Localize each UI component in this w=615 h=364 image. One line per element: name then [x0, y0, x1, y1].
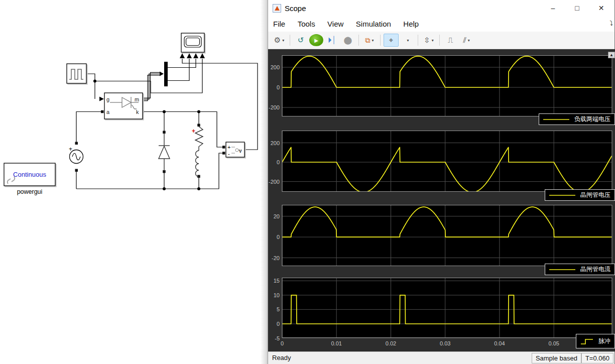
step-back-button[interactable]: ↺ [293, 34, 308, 47]
trigger-button[interactable]: ⎍ [443, 34, 458, 47]
resistor-icon [195, 127, 203, 151]
svg-text:0.02: 0.02 [386, 340, 396, 346]
scope-input-ports [180, 53, 205, 58]
diode-block[interactable] [159, 134, 170, 171]
scope-axes-thyristor-voltage[interactable]: 2000-200 [268, 131, 615, 192]
powergui-block[interactable]: Continuous powergui [4, 163, 55, 195]
svg-text:0.04: 0.04 [494, 340, 505, 346]
matlab-scope-icon [273, 4, 281, 13]
model-canvas-edge [261, 0, 268, 364]
toolbar-separator [418, 35, 418, 46]
demux-block[interactable] [164, 62, 168, 86]
menu-overflow-icon[interactable]: ⤵ [610, 20, 613, 27]
scope-axes-svg: 2000-200 [268, 131, 615, 192]
legend-thyristor-current[interactable]: 晶闸管电流 [545, 264, 615, 275]
svg-text:0: 0 [277, 159, 280, 165]
ruler-icon: ⫽ [463, 36, 466, 45]
legend-step-icon [579, 337, 594, 345]
svg-text:-5: -5 [275, 335, 280, 341]
status-sim-time: T=0.060 [581, 353, 613, 363]
toolbar: ⚙▾ ↺ ▶ ⏵⏐ ⬤ ⧉▾ ⌖ ▾ ⇳▾ ⎍ ⫽▾ [268, 32, 614, 49]
thyristor-port-m: m [135, 96, 139, 102]
scope-block[interactable] [180, 33, 205, 58]
cursor-icon: ⌖ [389, 36, 393, 45]
cursor-measurements-button[interactable]: ⌖ [384, 34, 399, 47]
simulink-model-canvas[interactable]: g a m k [0, 0, 268, 364]
toolbar-separator [290, 35, 290, 46]
powergui-caption: powergui [17, 188, 43, 195]
title-bar: Scope – □ ✕ [268, 0, 614, 17]
dropdown-caret-icon: ▾ [468, 38, 470, 43]
menu-tools[interactable]: Tools [293, 17, 320, 28]
svg-text:200: 200 [271, 140, 280, 146]
ac-voltage-source-block[interactable]: + [69, 146, 83, 164]
scope-axes-pulse[interactable]: 151050-500.010.020.030.040.05 [268, 278, 615, 349]
vm-plus-label: + [227, 144, 230, 150]
voltage-measurement-block[interactable]: + - v [226, 142, 244, 157]
menu-file[interactable]: File [268, 17, 290, 28]
scope-axes-load-voltage[interactable]: 2000-200 [268, 55, 615, 116]
pulse-generator-block[interactable] [67, 64, 86, 83]
legend-label: 晶闸管电流 [580, 265, 610, 274]
run-icon: ▶ [314, 38, 318, 43]
rl-load-block[interactable]: + [192, 127, 203, 177]
legend-thyristor-voltage[interactable]: 晶闸管电压 [545, 189, 615, 201]
legend-pulse[interactable]: 脉冲 [576, 334, 615, 348]
scope-axes-svg: 200-20 [268, 205, 615, 266]
stop-button[interactable]: ⬤ [340, 34, 355, 47]
run-button[interactable]: ▶ [309, 34, 323, 46]
screen: g a m k [0, 0, 615, 364]
svg-text:-200: -200 [269, 179, 280, 185]
legend-label: 晶闸管电压 [580, 191, 610, 199]
step-back-icon: ↺ [298, 36, 304, 45]
svg-text:-20: -20 [272, 255, 280, 261]
layout-icon: ⧉ [365, 36, 370, 45]
svg-text:20: 20 [274, 213, 280, 219]
maximize-button[interactable]: □ [566, 0, 588, 16]
scope-panel-expand-button[interactable]: ▲ [608, 52, 615, 58]
svg-text:0: 0 [277, 321, 280, 327]
autoscale-icon: ⇳ [424, 36, 430, 45]
svg-text:10: 10 [274, 292, 280, 298]
legend-label: 脉冲 [598, 337, 610, 345]
close-button[interactable]: ✕ [590, 0, 612, 16]
layout-button[interactable]: ⧉▾ [362, 34, 377, 47]
scope-axes-thyristor-current[interactable]: 200-20 [268, 205, 615, 266]
legend-label: 负载两端电压 [574, 115, 610, 124]
dropdown-caret-icon: ▾ [432, 38, 434, 43]
step-forward-button[interactable]: ⏵⏐ [324, 34, 339, 47]
menu-help[interactable]: Help [398, 17, 424, 28]
status-bar: Ready Sample based T=0.060 [268, 351, 614, 364]
step-forward-icon: ⏵⏐ [328, 36, 336, 45]
scope-axes-svg: 151050-500.010.020.030.040.05 [268, 278, 615, 349]
measurements-button[interactable]: ⫽▾ [459, 34, 474, 47]
toolbar-separator [380, 35, 381, 46]
dropdown-caret-icon: ▾ [407, 38, 409, 43]
thyristor-block[interactable]: g a m k [104, 93, 143, 119]
window-title: Scope [285, 4, 306, 13]
svg-text:0.05: 0.05 [548, 340, 559, 346]
cursor-measurements-dropdown[interactable]: ▾ [400, 34, 415, 47]
scope-plot-area: 2000-200 2000-200 200-20 151050-500.010.… [268, 49, 615, 351]
svg-text:200: 200 [271, 64, 280, 70]
minimize-button[interactable]: – [542, 0, 564, 16]
thyristor-port-a: a [106, 109, 110, 115]
toolbar-separator [439, 35, 440, 46]
scope-axes-svg: 2000-200 [268, 55, 615, 116]
thyristor-port-k: k [136, 109, 139, 115]
menu-simulation[interactable]: Simulation [351, 17, 396, 28]
svg-text:0: 0 [277, 84, 280, 90]
legend-line-icon [548, 194, 576, 197]
settings-gear-button[interactable]: ⚙▾ [272, 34, 287, 47]
autoscale-button[interactable]: ⇳▾ [421, 34, 436, 47]
svg-text:15: 15 [274, 278, 280, 284]
status-sample-mode: Sample based [532, 353, 581, 363]
dropdown-caret-icon: ▾ [282, 38, 284, 43]
thyristor-port-g: g [106, 96, 109, 102]
menu-view[interactable]: View [322, 17, 348, 28]
status-ready: Ready [272, 354, 291, 361]
legend-load-voltage[interactable]: 负载两端电压 [539, 113, 615, 125]
trigger-icon: ⎍ [448, 36, 453, 45]
legend-line-icon [542, 118, 570, 121]
vm-v-label: v [239, 148, 242, 154]
